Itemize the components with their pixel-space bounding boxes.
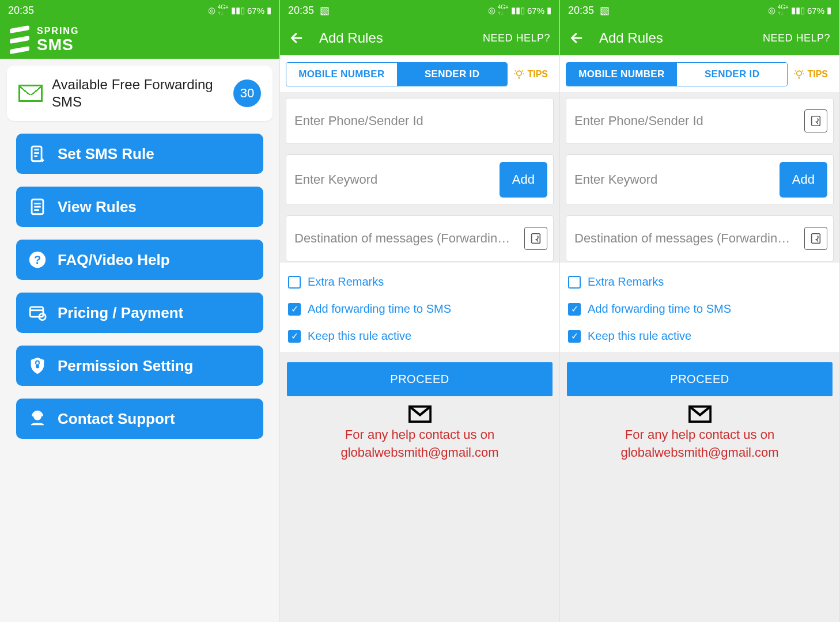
svg-point-11 xyxy=(797,71,801,75)
screen-home: 20:35 ◎ 4G+↑↓ ▮▮▯ 67% ▮ SPRING SMS Avail… xyxy=(0,0,280,622)
contacts-icon[interactable] xyxy=(804,227,827,250)
battery-icon: ▮ xyxy=(267,5,271,16)
menu-faq[interactable]: ? FAQ/Video Help xyxy=(16,240,263,280)
shield-icon xyxy=(28,356,47,376)
keyword-field-block: Add xyxy=(566,154,834,205)
menu-set-sms-rule[interactable]: Set SMS Rule xyxy=(16,134,263,174)
help-footer: For any help contact us on globalwebsmit… xyxy=(560,396,839,471)
status-bar: 20:35 ▧ ◎ 4G+↑↓ ▮▮▯ 67% ▮ xyxy=(560,0,839,21)
status-time: 20:35 xyxy=(8,5,34,17)
screen-add-rules-mobile: 20:35 ▧ ◎ 4G+↑↓ ▮▮▯ 67% ▮ Add Rules NEED… xyxy=(280,0,560,622)
check-keep-active[interactable]: ✓ Keep this rule active xyxy=(288,323,551,350)
battery-text: 67% xyxy=(807,6,824,16)
contacts-icon[interactable] xyxy=(524,227,547,250)
checkbox-icon: ✓ xyxy=(288,303,301,316)
payment-icon xyxy=(28,303,47,323)
signal-icon: ▮▮▯ xyxy=(231,5,245,16)
proceed-button[interactable]: PROCEED xyxy=(287,362,553,396)
menu-permission[interactable]: Permission Setting xyxy=(16,346,263,386)
bulb-icon xyxy=(793,69,805,80)
proceed-button[interactable]: PROCEED xyxy=(567,362,833,396)
screenshot-icon: ▧ xyxy=(600,5,610,16)
check-extra-remarks[interactable]: Extra Remarks xyxy=(568,268,831,295)
network-icon: 4G+↑↓ xyxy=(498,5,509,16)
svg-text:?: ? xyxy=(34,253,41,266)
phone-input[interactable] xyxy=(572,105,800,136)
signal-icon: ▮▮▯ xyxy=(511,5,525,16)
back-button[interactable] xyxy=(289,30,305,46)
svg-rect-13 xyxy=(812,234,820,244)
svg-rect-4 xyxy=(30,307,43,317)
destination-field-block xyxy=(286,215,554,261)
destination-input[interactable] xyxy=(292,223,520,254)
tab-mobile-number[interactable]: MOBILE NUMBER xyxy=(566,63,677,86)
contacts-icon[interactable] xyxy=(804,109,827,132)
status-right: ◎ 4G+↑↓ ▮▮▯ 67% ▮ xyxy=(768,5,831,16)
checkbox-group: Extra Remarks ✓ Add forwarding time to S… xyxy=(560,263,839,352)
phone-field-block xyxy=(286,98,554,144)
tips-button[interactable]: TIPS xyxy=(788,62,834,86)
tab-sender-id[interactable]: SENDER ID xyxy=(397,63,508,86)
need-help-link[interactable]: NEED HELP? xyxy=(763,32,830,44)
svg-point-7 xyxy=(33,412,41,420)
app-bar: Add Rules NEED HELP? xyxy=(560,21,839,55)
checkbox-icon: ✓ xyxy=(288,330,301,343)
tab-sender-id[interactable]: SENDER ID xyxy=(677,63,788,86)
battery-text: 67% xyxy=(527,6,544,16)
bulb-icon xyxy=(513,69,525,80)
battery-text: 67% xyxy=(247,6,264,16)
brand-logo-icon xyxy=(8,27,31,52)
checkbox-group: Extra Remarks ✓ Add forwarding time to S… xyxy=(280,263,559,352)
tab-mobile-number[interactable]: MOBILE NUMBER xyxy=(286,63,397,86)
screen-add-rules-sender: 20:35 ▧ ◎ 4G+↑↓ ▮▮▯ 67% ▮ Add Rules NEED… xyxy=(560,0,840,622)
checkbox-icon xyxy=(568,276,581,289)
status-right: ◎ 4G+↑↓ ▮▮▯ 67% ▮ xyxy=(208,5,271,16)
check-forwarding-time[interactable]: ✓ Add forwarding time to SMS xyxy=(288,295,551,323)
need-help-link[interactable]: NEED HELP? xyxy=(483,32,550,44)
svg-point-8 xyxy=(517,71,521,75)
menu-pricing[interactable]: Pricing / Payment xyxy=(16,293,263,333)
menu-view-rules[interactable]: View Rules xyxy=(16,187,263,227)
destination-field-block xyxy=(566,215,834,261)
form-body: Add Extra Remarks ✓ Add forwarding time … xyxy=(560,93,839,622)
card-text: Available Free Forwarding SMS xyxy=(52,76,224,111)
help-footer: For any help contact us on globalwebsmit… xyxy=(280,396,559,471)
menu-contact[interactable]: Contact Support xyxy=(16,399,263,439)
svg-rect-6 xyxy=(36,364,39,368)
svg-rect-9 xyxy=(532,234,540,244)
tab-segment: MOBILE NUMBER SENDER ID xyxy=(566,62,788,86)
brand-header: SPRING SMS xyxy=(0,21,279,59)
status-bar: 20:35 ◎ 4G+↑↓ ▮▮▯ 67% ▮ xyxy=(0,0,279,21)
battery-icon: ▮ xyxy=(827,5,831,16)
add-keyword-button[interactable]: Add xyxy=(500,162,547,198)
keyword-input[interactable] xyxy=(572,164,775,195)
back-button[interactable] xyxy=(569,30,585,46)
destination-input[interactable] xyxy=(572,223,800,254)
checkbox-icon: ✓ xyxy=(568,330,581,343)
status-time: 20:35 ▧ xyxy=(568,4,610,17)
phone-input[interactable] xyxy=(292,105,547,136)
hotspot-icon: ◎ xyxy=(768,5,775,16)
tips-button[interactable]: TIPS xyxy=(508,62,554,86)
home-body: Available Free Forwarding SMS 30 Set SMS… xyxy=(0,59,279,622)
page-title: Add Rules xyxy=(319,30,483,46)
check-extra-remarks[interactable]: Extra Remarks xyxy=(288,268,551,295)
tabs-row: MOBILE NUMBER SENDER ID TIPS xyxy=(560,55,839,93)
status-time: 20:35 ▧ xyxy=(288,4,330,17)
signal-icon: ▮▮▯ xyxy=(791,5,805,16)
brand-text: SPRING SMS xyxy=(37,26,79,53)
check-forwarding-time[interactable]: ✓ Add forwarding time to SMS xyxy=(568,295,831,323)
checkbox-icon xyxy=(288,276,301,289)
phone-field-block xyxy=(566,98,834,144)
check-keep-active[interactable]: ✓ Keep this rule active xyxy=(568,323,831,350)
screenshot-icon: ▧ xyxy=(320,5,330,16)
tab-segment: MOBILE NUMBER SENDER ID xyxy=(286,62,508,86)
count-badge: 30 xyxy=(233,79,261,107)
add-keyword-button[interactable]: Add xyxy=(780,162,827,198)
envelope-icon xyxy=(18,85,43,102)
network-icon: 4G+↑↓ xyxy=(218,5,229,16)
support-icon xyxy=(28,409,47,428)
battery-icon: ▮ xyxy=(547,5,551,16)
keyword-input[interactable] xyxy=(292,164,495,195)
free-forwarding-card[interactable]: Available Free Forwarding SMS 30 xyxy=(7,66,273,121)
